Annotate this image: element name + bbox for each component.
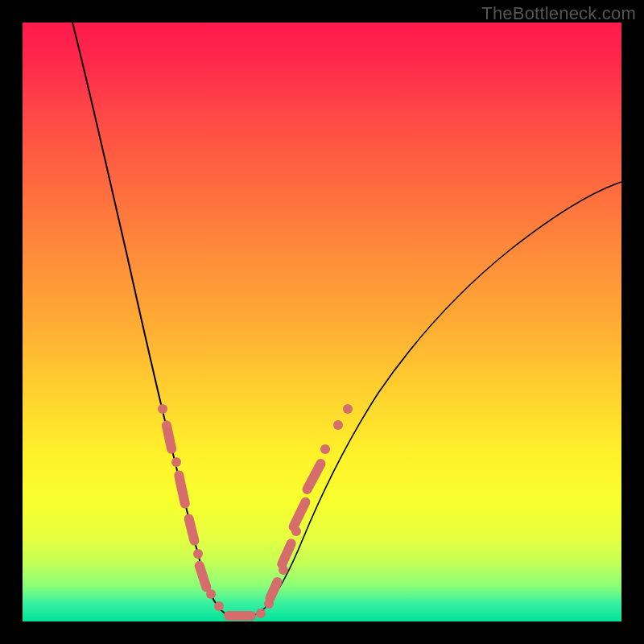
marker-group-left: [158, 404, 224, 611]
marker-dot: [214, 601, 224, 611]
marker-pill: [224, 611, 256, 621]
marker-dot: [193, 549, 203, 559]
watermark-text: TheBottleneck.com: [481, 3, 636, 24]
marker-pill: [264, 576, 284, 605]
marker-group-right: [264, 404, 353, 609]
marker-dot: [333, 420, 343, 430]
marker-group-bottom: [224, 609, 266, 621]
bottleneck-curve: [23, 23, 621, 621]
marker-dot: [320, 444, 330, 454]
marker-pill: [183, 513, 200, 547]
marker-pill: [193, 559, 213, 593]
marker-pill: [173, 469, 191, 509]
marker-dot: [158, 404, 167, 414]
marker-dot: [256, 609, 266, 618]
marker-dot: [343, 404, 353, 414]
marker-pill: [161, 419, 177, 455]
curve-left-branch: [72, 23, 238, 618]
plot-area: [23, 23, 621, 621]
curve-right-branch: [238, 182, 621, 618]
marker-dot: [171, 457, 181, 467]
marker-pill: [275, 537, 297, 570]
marker-dot: [206, 589, 216, 599]
chart-stage: TheBottleneck.com: [0, 0, 644, 644]
marker-pill: [300, 457, 327, 496]
